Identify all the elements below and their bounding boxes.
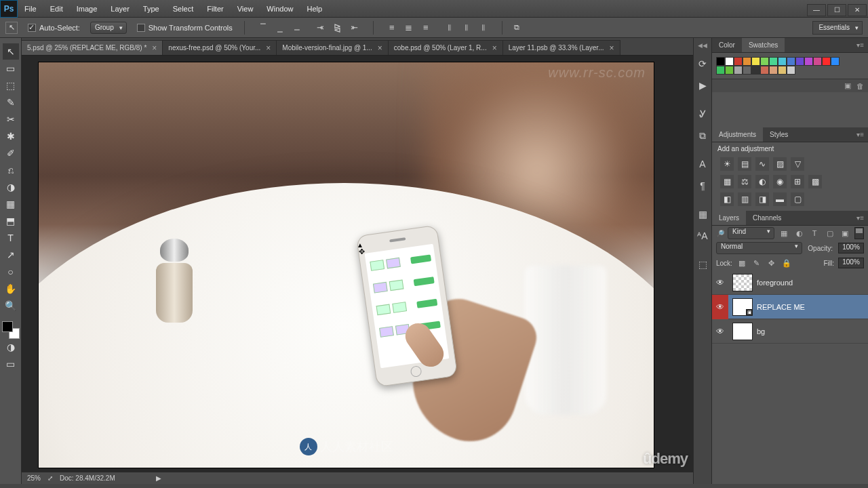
swatch[interactable] [716, 66, 725, 75]
align-hcenter-icon[interactable]: ⧎ [331, 21, 344, 35]
menu-view[interactable]: View [231, 0, 260, 18]
canvas[interactable]: ✥ www.rr-sc.com 人人人素材社区 [39, 62, 654, 468]
filter-smart-icon[interactable]: ▣ [840, 227, 852, 239]
lasso-tool[interactable]: ⬚ [3, 77, 19, 94]
align-top-icon[interactable]: ⎺ [256, 21, 270, 35]
expand-arrow-icon[interactable]: ◀◀ [694, 42, 711, 53]
swatch[interactable] [743, 57, 751, 66]
char-styles-icon[interactable]: ᴬA [694, 228, 711, 244]
maximize-button[interactable]: ☐ [827, 4, 846, 16]
trash-icon[interactable]: 🗑 [856, 82, 864, 90]
swatch[interactable] [822, 57, 831, 66]
new-swatch-icon[interactable]: ▣ [844, 81, 851, 90]
tab-swatches[interactable]: Swatches [742, 38, 785, 52]
filter-adj-icon[interactable]: ◐ [793, 227, 806, 239]
layer-row[interactable]: 👁bg [712, 319, 868, 344]
filter-kind-select[interactable]: Kind [728, 227, 774, 239]
heal-tool[interactable]: ✐ [3, 145, 19, 161]
expand-icon[interactable]: ⤢ [47, 474, 53, 482]
zoom-tool[interactable]: 🔍 [3, 298, 19, 314]
menu-image[interactable]: Image [70, 0, 104, 18]
swatch[interactable] [804, 57, 813, 66]
curves-icon[interactable]: ∿ [755, 157, 769, 171]
lock-pixels-icon[interactable]: ✎ [751, 258, 762, 268]
brush-icon[interactable]: Ꮍ [694, 106, 711, 122]
layer-row[interactable]: 👁foreground [712, 270, 868, 295]
hue-icon[interactable]: ▦ [720, 175, 734, 188]
swatch[interactable] [760, 66, 769, 75]
document-tab[interactable]: nexus-free.psd @ 50% (Your...× [163, 40, 277, 55]
filter-shape-icon[interactable]: ▢ [824, 227, 836, 239]
menu-select[interactable]: Select [166, 0, 201, 18]
swatch[interactable] [725, 66, 734, 75]
swatch[interactable] [725, 57, 734, 66]
distribute-right-icon[interactable]: ⦀ [477, 21, 490, 35]
panel-menu-icon[interactable]: ▾≡ [852, 214, 868, 222]
menu-edit[interactable]: Edit [43, 0, 70, 18]
close-icon[interactable]: × [492, 43, 497, 53]
quick-mask-tool[interactable]: ◑ [3, 339, 19, 355]
fill-input[interactable]: 100% [838, 258, 864, 268]
swatch[interactable] [734, 66, 743, 75]
swatch[interactable] [831, 57, 840, 66]
menu-help[interactable]: Help [300, 0, 329, 18]
menu-filter[interactable]: Filter [200, 0, 230, 18]
brightness-icon[interactable]: ☀ [720, 157, 734, 171]
panel-menu-icon[interactable]: ▾≡ [852, 41, 868, 49]
filter-type-icon[interactable]: T [808, 227, 821, 239]
align-vcenter-icon[interactable]: ⎯ [273, 21, 287, 35]
panel-menu-icon[interactable]: ▾≡ [852, 131, 868, 138]
wand-tool[interactable]: ✎ [3, 94, 19, 110]
ellipse-tool[interactable]: ○ [3, 264, 19, 280]
invert-icon[interactable]: ◧ [720, 192, 734, 206]
align-left-icon[interactable]: ⤛ [314, 21, 328, 35]
swatch[interactable] [778, 66, 787, 75]
layer-row[interactable]: 👁▣REPLACE ME [712, 295, 868, 319]
distribute-top-icon[interactable]: ≡ [385, 21, 399, 35]
threshold-icon[interactable]: ◨ [755, 192, 769, 206]
tab-channels[interactable]: Channels [746, 211, 788, 225]
distribute-vcenter-icon[interactable]: ≣ [402, 21, 416, 35]
gradient-tool[interactable]: ▦ [3, 196, 19, 212]
tab-color[interactable]: Color [712, 38, 742, 52]
eyedropper-tool[interactable]: ✱ [3, 128, 19, 144]
canvas-scroll[interactable]: ✥ www.rr-sc.com 人人人素材社区 ûdemy [22, 56, 693, 472]
type-tool[interactable]: T [3, 230, 19, 246]
close-button[interactable]: ✕ [848, 4, 867, 16]
swatch[interactable] [787, 66, 795, 75]
character-icon[interactable]: A [694, 156, 711, 172]
swatch[interactable] [813, 57, 822, 66]
lock-position-icon[interactable]: ✥ [766, 258, 777, 268]
tab-layers[interactable]: Layers [712, 211, 746, 225]
vibrance-icon[interactable]: ▽ [791, 157, 804, 171]
brush-tool[interactable]: ⎌ [3, 162, 19, 178]
visibility-icon[interactable]: 👁 [712, 278, 728, 287]
swatch[interactable] [751, 57, 760, 66]
swatch[interactable] [734, 57, 743, 66]
tab-styles[interactable]: Styles [763, 127, 795, 142]
stamp-tool[interactable]: ◑ [3, 179, 19, 195]
lock-transparency-icon[interactable]: ▩ [736, 258, 747, 268]
actions-icon[interactable]: ▶ [694, 77, 711, 94]
swatch[interactable] [716, 57, 725, 66]
document-tab[interactable]: Mobile-version-final.jpg @ 1...× [277, 40, 388, 55]
visibility-icon[interactable]: 👁 [712, 327, 728, 336]
distribute-bottom-icon[interactable]: ≡ [419, 21, 433, 35]
move-tool-indicator[interactable]: ↖ [5, 22, 18, 34]
layer-thumbnail[interactable] [732, 323, 753, 340]
swatch[interactable] [769, 57, 778, 66]
distribute-left-icon[interactable]: ⦀ [443, 21, 456, 35]
path-tool[interactable]: ↗ [3, 247, 19, 263]
align-bottom-icon[interactable]: ⎽ [290, 21, 304, 35]
balance-icon[interactable]: ⚖ [738, 175, 751, 188]
close-icon[interactable]: × [609, 43, 614, 53]
minimize-button[interactable]: — [807, 4, 826, 16]
color-swatch-tool[interactable] [2, 321, 20, 339]
status-arrow-icon[interactable]: ▶ [156, 474, 161, 482]
marquee-tool[interactable]: ▭ [3, 60, 19, 77]
swatch[interactable] [787, 57, 795, 66]
properties-icon[interactable]: ⬚ [694, 256, 711, 272]
bw-icon[interactable]: ◐ [755, 175, 769, 188]
levels-icon[interactable]: ▤ [738, 157, 751, 171]
swatch[interactable] [760, 57, 769, 66]
